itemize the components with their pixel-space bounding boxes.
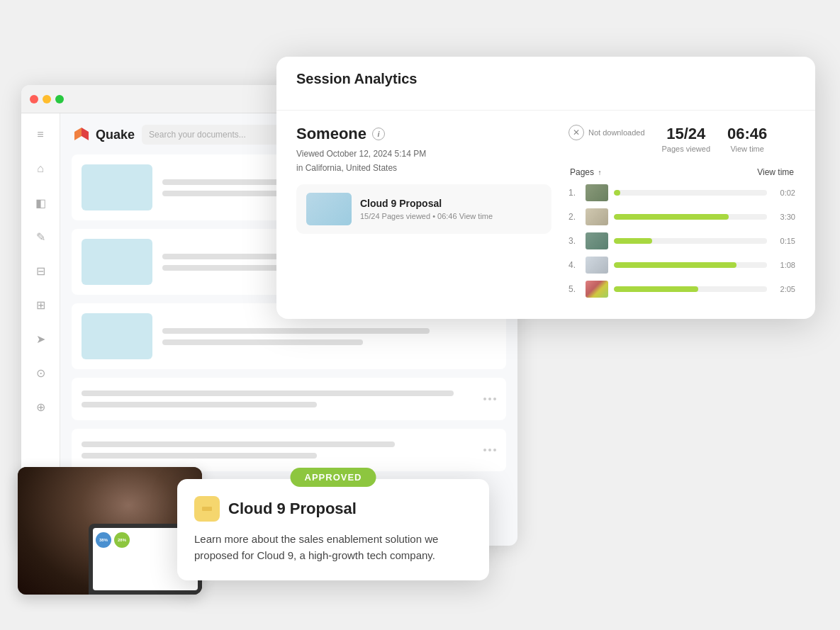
view-time-label: View time (727, 145, 767, 153)
page-bar (614, 214, 729, 220)
proposal-title-row: Cloud 9 Proposal (194, 496, 472, 522)
proposal-description: Learn more about the sales enablement so… (194, 531, 472, 563)
page-bar (614, 238, 652, 244)
pages-viewed-value: 15/24 (662, 125, 711, 143)
analytics-panel: Session Analytics Someone i Viewed Octob… (276, 57, 815, 319)
card-meta-placeholder (82, 453, 317, 459)
view-time-stat: 06:46 View time (727, 125, 767, 153)
quake-logo-text: Quake (96, 128, 135, 142)
card-content (82, 441, 474, 459)
viewed-date: October 12, 2024 5:14 PM (326, 149, 426, 159)
col-pages-label: Pages ↑ (570, 167, 601, 177)
doc-time-meta: 06:46 View time (437, 212, 493, 220)
home-icon[interactable]: ⌂ (30, 159, 50, 179)
page-time: 2:05 (773, 285, 795, 293)
pages-table-header: Pages ↑ View time (569, 167, 795, 177)
card-title-placeholder (82, 441, 395, 447)
document-card[interactable]: Cloud 9 Proposal 15/24 Pages viewed • 06… (296, 184, 551, 234)
page-number: 1. (569, 188, 580, 198)
doc-pages-meta: 15/24 Pages viewed (360, 212, 430, 220)
list-item[interactable] (72, 378, 506, 420)
page-time: 1:08 (773, 261, 795, 269)
page-bar (614, 262, 737, 268)
page-bar (614, 286, 698, 292)
sort-icon[interactable]: ↑ (598, 169, 601, 176)
maximize-button[interactable] (55, 95, 64, 103)
analytics-right: ✕ Not downloaded 15/24 Pages viewed 06:4… (569, 125, 795, 305)
edit-icon[interactable]: ✎ (30, 227, 50, 247)
person-photo: 38% 28% (18, 467, 202, 595)
analytics-title: Session Analytics (296, 71, 795, 87)
page-number: 4. (569, 260, 580, 270)
page-number: 2. (569, 212, 580, 222)
card-content (82, 390, 474, 407)
page-thumbnail (586, 232, 608, 249)
col-view-time-label: View time (757, 167, 794, 177)
page-number: 3. (569, 236, 580, 246)
close-button[interactable] (30, 95, 38, 103)
document-title: Cloud 9 Proposal (360, 198, 493, 209)
card-title-placeholder (162, 328, 430, 334)
page-row: 4. 1:08 (569, 257, 795, 274)
page-thumbnail (586, 257, 608, 274)
analytics-body: Someone i Viewed October 12, 2024 5:14 P… (276, 111, 815, 319)
card-title-placeholder (82, 390, 454, 396)
location-prefix: in (296, 163, 303, 173)
card-thumbnail (82, 164, 152, 210)
page-bar-container (614, 262, 767, 268)
document-icon[interactable]: ◧ (30, 193, 50, 213)
pages-viewed-label: Pages viewed (662, 145, 711, 153)
svg-rect-3 (202, 507, 212, 511)
analytics-header: Session Analytics (276, 57, 815, 111)
send-icon[interactable]: ➤ (30, 329, 50, 349)
screen-circle-green: 28% (114, 532, 130, 548)
search-circle-icon[interactable]: ⊙ (30, 363, 50, 383)
pages-viewed-stat: 15/24 Pages viewed (662, 125, 711, 153)
visitor-name-text: Someone (296, 125, 366, 143)
approved-badge: APPROVED (291, 468, 376, 487)
minimize-button[interactable] (43, 95, 51, 103)
page-bar (614, 190, 620, 196)
svg-marker-1 (74, 128, 82, 140)
visitor-viewed-meta: Viewed October 12, 2024 5:14 PM (296, 149, 551, 159)
quake-logo-svg (72, 125, 91, 145)
not-downloaded-stat: ✕ Not downloaded (569, 125, 645, 140)
analytics-left: Someone i Viewed October 12, 2024 5:14 P… (296, 125, 551, 305)
x-circle-icon: ✕ (569, 125, 584, 140)
list-item[interactable] (72, 429, 506, 471)
proposal-icon-svg (199, 503, 215, 514)
folder-icon[interactable]: ⊟ (30, 261, 50, 281)
page-thumbnail (586, 184, 608, 201)
view-time-value: 06:46 (727, 125, 767, 143)
visitor-location: in California, United States (296, 163, 551, 173)
screen-circle-blue: 38% (96, 532, 111, 548)
page-bar-container (614, 238, 767, 244)
document-thumbnail-inner (306, 193, 352, 225)
quake-logo: Quake (72, 125, 135, 145)
card-thumbnail (82, 313, 152, 359)
page-row: 2. 3:30 (569, 208, 795, 225)
page-thumbnail (586, 208, 608, 225)
card-meta-placeholder (162, 339, 363, 345)
col-pages-text: Pages (570, 167, 594, 177)
location-text: California, United States (306, 163, 397, 173)
proposal-card: APPROVED Cloud 9 Proposal Learn more abo… (177, 479, 489, 580)
search-placeholder-text: Search your documents... (149, 130, 246, 140)
chart-icon[interactable]: ⊞ (30, 295, 50, 315)
export-icon[interactable]: ⊕ (30, 397, 50, 417)
svg-marker-0 (82, 128, 89, 140)
page-row: 3. 0:15 (569, 232, 795, 249)
menu-icon[interactable]: ≡ (30, 125, 50, 145)
info-icon[interactable]: i (372, 128, 385, 140)
page-row: 5. 2:05 (569, 281, 795, 298)
page-time: 0:15 (773, 237, 795, 245)
stats-row: ✕ Not downloaded 15/24 Pages viewed 06:4… (569, 125, 795, 153)
page-row: 1. 0:02 (569, 184, 795, 201)
not-downloaded-label: Not downloaded (588, 128, 645, 137)
proposal-title: Cloud 9 Proposal (228, 500, 357, 518)
page-bar-container (614, 214, 767, 220)
doc-dot: • (432, 212, 435, 220)
card-meta-placeholder (82, 402, 317, 407)
page-time: 3:30 (773, 213, 795, 221)
card-content (162, 328, 496, 345)
